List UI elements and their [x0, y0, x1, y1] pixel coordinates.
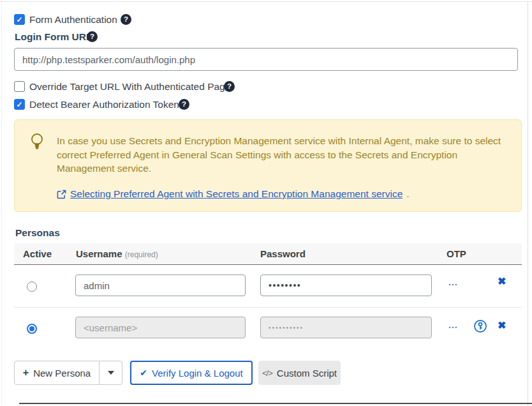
info-box: In case you use Secrets and Encryption M…	[14, 119, 522, 212]
login-form-url-help-icon[interactable]: ?	[87, 31, 98, 42]
detect-bearer-checkbox[interactable]: ✓	[14, 99, 25, 110]
column-header-password: Password	[260, 248, 306, 259]
form-authentication-help-icon[interactable]: ?	[121, 14, 131, 25]
persona-row2-active-radio[interactable]	[27, 324, 37, 334]
persona-row2-username-input[interactable]	[75, 317, 246, 338]
form-authentication-label: Form Authentication	[29, 14, 117, 26]
persona-row1-delete-icon[interactable]: ✖	[498, 276, 506, 287]
plus-icon: +	[23, 367, 29, 379]
new-persona-label: New Persona	[33, 368, 91, 379]
column-header-active: Active	[23, 248, 52, 259]
new-persona-button[interactable]: + New Persona	[14, 361, 100, 385]
panel-right-border	[528, 2, 528, 406]
form-authentication-settings-panel: ✓ Form Authentication ? Login Form URL ?…	[0, 0, 532, 406]
verify-login-logout-button[interactable]: ✔ Verify Login & Logout	[130, 361, 253, 385]
custom-script-button[interactable]: </> Custom Script	[258, 361, 341, 385]
code-icon: </>	[262, 368, 272, 378]
detect-bearer-help-icon[interactable]: ?	[179, 99, 189, 110]
verify-label: Verify Login & Logout	[152, 368, 243, 379]
persona-row1-otp-button[interactable]: ...	[448, 277, 458, 287]
personas-title: Personas	[15, 227, 60, 239]
override-target-label: Override Target URL With Authenticated P…	[29, 81, 230, 93]
required-note: (required)	[125, 250, 158, 259]
external-link-icon	[57, 190, 66, 199]
caret-down-icon	[108, 371, 114, 375]
info-text: In case you use Secrets and Encryption M…	[57, 134, 511, 176]
section-divider-dark	[19, 403, 532, 404]
personas-table-header: Active Username (required) Password OTP	[14, 243, 522, 265]
persona-row1-username-input[interactable]	[75, 274, 246, 296]
login-form-url-label: Login Form URL	[15, 31, 92, 43]
form-authentication-checkbox[interactable]: ✓	[14, 14, 25, 25]
row-separator	[14, 307, 522, 308]
preferred-agent-link[interactable]: Selecting Preferred Agent with Secrets a…	[70, 188, 403, 200]
checkbox-check-icon: ✓	[16, 16, 22, 24]
override-target-checkbox[interactable]	[14, 81, 25, 92]
custom-script-label: Custom Script	[277, 368, 337, 379]
persona-row1-active-radio[interactable]	[27, 282, 37, 292]
column-header-otp: OTP	[447, 248, 466, 259]
panel-top-border	[0, 1, 532, 2]
persona-row2-otp-button[interactable]: ...	[448, 320, 458, 330]
vault-key-icon[interactable]	[473, 319, 487, 333]
persona-row2-delete-icon[interactable]: ✖	[498, 320, 506, 331]
persona-row2-password-input[interactable]	[260, 317, 432, 338]
info-link-row: Selecting Preferred Agent with Secrets a…	[57, 188, 410, 200]
radio-dot	[29, 326, 34, 331]
checkbox-check-icon: ✓	[16, 101, 22, 109]
override-target-help-icon[interactable]: ?	[224, 81, 235, 92]
lightbulb-icon	[29, 132, 45, 151]
detect-bearer-label: Detect Bearer Authorization Token	[29, 99, 179, 110]
panel-left-border	[1, 2, 2, 405]
new-persona-dropdown-button[interactable]	[99, 361, 122, 385]
link-suffix: .	[406, 188, 409, 200]
login-form-url-input[interactable]	[14, 48, 518, 71]
persona-row1-password-input[interactable]	[260, 274, 432, 296]
column-header-username: Username (required)	[76, 248, 158, 259]
check-icon: ✔	[140, 368, 147, 378]
